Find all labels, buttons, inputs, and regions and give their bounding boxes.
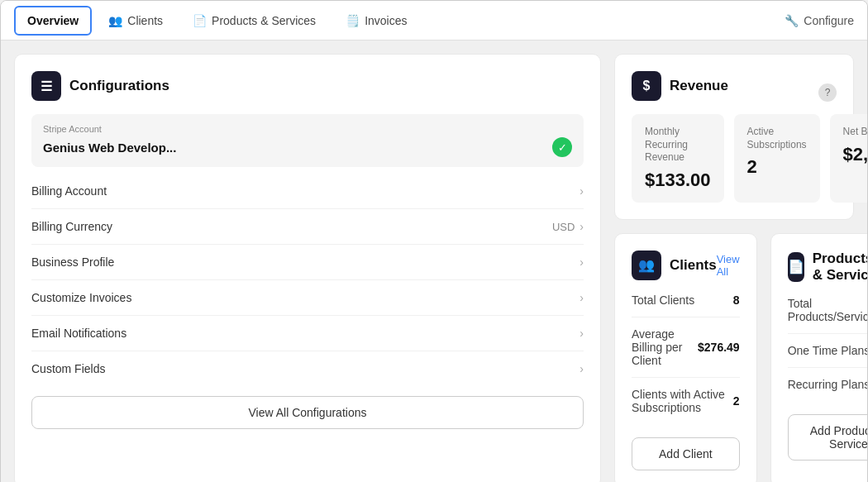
products-card-icon: 📄 — [788, 252, 804, 282]
config-title: Configurations — [69, 78, 169, 94]
mrr-label: Monthly Recurring Revenue — [645, 126, 711, 165]
add-client-button[interactable]: Add Client — [632, 437, 740, 470]
stat-active-subscriptions-label: Clients with Active Subscriptions — [632, 388, 733, 414]
net-billing-value: $2,211.90 — [843, 144, 868, 165]
stat-total-clients-label: Total Clients — [632, 293, 694, 307]
metric-subscriptions: Active Subscriptions 2 — [734, 114, 820, 203]
chevron-icon-5: › — [579, 327, 584, 340]
config-business-profile[interactable]: Business Profile › — [31, 245, 584, 280]
config-custom-fields[interactable]: Custom Fields › — [31, 351, 584, 386]
config-billing-currency[interactable]: Billing Currency USD › — [31, 209, 584, 245]
config-billing-currency-right: USD › — [552, 220, 584, 233]
config-customize-invoices-label: Customize Invoices — [31, 291, 131, 304]
bottom-row: 👥 Clients View All Total Clients 8 Avera… — [614, 233, 854, 482]
add-product-button[interactable]: Add Product or Service — [788, 414, 868, 461]
config-header: ☰ Configurations — [31, 71, 584, 101]
config-email-notifications-label: Email Notifications — [31, 327, 126, 340]
stat-avg-billing: Average Billing per Client $276.49 — [632, 317, 740, 378]
view-all-configurations-button[interactable]: View All Configurations — [31, 396, 584, 429]
subscriptions-value: 2 — [747, 156, 807, 178]
nav-bar: Overview 👥 Clients 📄 Products & Services… — [1, 1, 867, 41]
config-billing-currency-label: Billing Currency — [31, 220, 112, 233]
stat-avg-billing-value: $276.49 — [698, 341, 740, 354]
net-billing-label: Net Billing — [843, 126, 868, 139]
clients-card: 👥 Clients View All Total Clients 8 Avera… — [614, 233, 757, 482]
stat-one-time-plans-label: One Time Plans — [788, 344, 868, 357]
stat-total-clients-value: 8 — [733, 293, 740, 307]
products-tab-label: Products & Services — [212, 14, 316, 27]
clients-title: Clients — [670, 257, 717, 274]
config-customize-invoices[interactable]: Customize Invoices › — [31, 280, 584, 316]
config-business-profile-label: Business Profile — [31, 255, 114, 269]
clients-header: 👥 Clients View All — [632, 251, 740, 280]
config-billing-account-label: Billing Account — [31, 184, 107, 198]
revenue-metrics: Monthly Recurring Revenue $133.00 Active… — [632, 114, 837, 203]
products-title: Products & Services — [813, 251, 868, 284]
stat-active-subscriptions-value: 2 — [733, 394, 740, 408]
chevron-icon-6: › — [579, 362, 584, 375]
nav-tabs: Overview 👥 Clients 📄 Products & Services… — [14, 6, 420, 36]
configurations-panel: ☰ Configurations Stripe Account Genius W… — [14, 54, 601, 482]
stat-recurring-plans-label: Recurring Plans — [788, 378, 868, 391]
chevron-icon: › — [579, 184, 584, 198]
metric-net-billing: Net Billing $2,211.90 — [830, 114, 868, 203]
revenue-icon: $ — [632, 71, 661, 101]
configure-label: Configure — [804, 14, 854, 27]
tab-invoices[interactable]: 🗒️ Invoices — [332, 6, 420, 36]
stat-active-subscriptions: Clients with Active Subscriptions 2 — [632, 378, 740, 424]
products-icon: 📄 — [193, 14, 207, 27]
revenue-title: Revenue — [670, 78, 728, 94]
products-card: 📄 Products & Services View All Total Pro… — [770, 233, 868, 482]
stat-one-time-plans: One Time Plans 2 — [788, 334, 868, 368]
stat-total-products-label: Total Products/Services — [788, 297, 868, 323]
config-custom-fields-label: Custom Fields — [31, 362, 105, 375]
app-container: Overview 👥 Clients 📄 Products & Services… — [0, 0, 868, 482]
clients-tab-label: Clients — [127, 14, 163, 27]
config-icon: ☰ — [31, 71, 61, 101]
clients-view-all[interactable]: View All — [717, 253, 740, 278]
clients-card-icon: 👥 — [632, 251, 661, 280]
chevron-icon-2: › — [579, 220, 584, 233]
stripe-name: Genius Web Develop... — [43, 141, 176, 155]
tab-overview[interactable]: Overview — [14, 6, 92, 36]
configure-button[interactable]: 🔧 Configure — [785, 14, 854, 27]
config-billing-currency-value: USD — [552, 221, 575, 233]
clients-icon: 👥 — [108, 14, 122, 27]
configure-icon: 🔧 — [785, 14, 799, 27]
mrr-value: $133.00 — [645, 169, 711, 191]
stripe-name-row: Genius Web Develop... ✓ — [43, 137, 572, 157]
revenue-card-header: $ Revenue — [632, 71, 728, 101]
overview-label: Overview — [27, 14, 79, 27]
metric-mrr: Monthly Recurring Revenue $133.00 — [632, 114, 724, 203]
subscriptions-label: Active Subscriptions — [747, 126, 807, 151]
stat-total-products: Total Products/Services 4 — [788, 287, 868, 334]
stripe-label: Stripe Account — [43, 124, 572, 134]
tab-products[interactable]: 📄 Products & Services — [179, 6, 329, 36]
stripe-account-box: Stripe Account Genius Web Develop... ✓ — [31, 114, 584, 167]
main-content: $ Revenue ? Monthly Recurring Revenue $1… — [1, 41, 867, 482]
stat-recurring-plans: Recurring Plans 6 — [788, 368, 868, 401]
help-icon[interactable]: ? — [818, 84, 837, 102]
stat-avg-billing-label: Average Billing per Client — [632, 327, 698, 367]
stripe-verified-icon: ✓ — [552, 137, 572, 157]
config-billing-account[interactable]: Billing Account › — [31, 174, 584, 209]
invoices-tab-label: Invoices — [365, 14, 407, 27]
revenue-card: $ Revenue ? Monthly Recurring Revenue $1… — [614, 54, 854, 220]
products-header: 📄 Products & Services View All — [788, 251, 868, 284]
tab-clients[interactable]: 👥 Clients — [95, 6, 176, 36]
invoices-icon: 🗒️ — [346, 14, 360, 27]
config-email-notifications[interactable]: Email Notifications › — [31, 316, 584, 351]
stat-total-clients: Total Clients 8 — [632, 284, 740, 317]
chevron-icon-4: › — [579, 291, 584, 304]
chevron-icon-3: › — [579, 255, 584, 269]
